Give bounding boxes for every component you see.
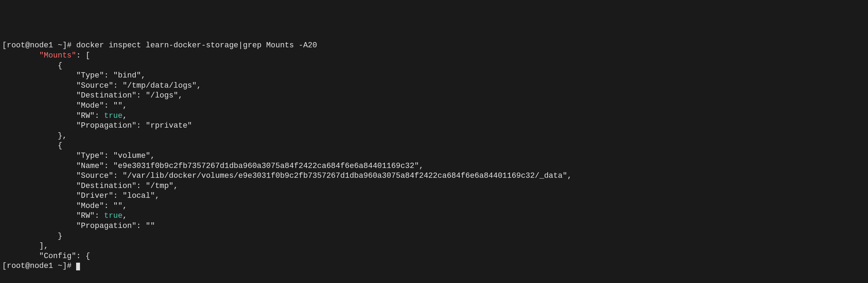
json-line: "Type": "volume", xyxy=(2,151,155,160)
mounts-key: "Mounts" xyxy=(39,51,76,60)
shell-prompt-1: [root@node1 ~]# xyxy=(2,41,76,50)
json-line: "Driver": "local", xyxy=(2,191,160,200)
json-line: } xyxy=(2,232,62,241)
json-line: { xyxy=(2,141,62,150)
true-value: true xyxy=(104,112,122,120)
json-line: "Source": "/var/lib/docker/volumes/e9e30… xyxy=(2,171,572,180)
json-mounts-line: "Mounts": [ xyxy=(2,51,90,60)
json-line: "Mode": "", xyxy=(2,101,127,110)
shell-prompt-2: [root@node1 ~]# xyxy=(2,262,76,270)
json-line: "RW": true, xyxy=(2,112,127,120)
json-line: ], xyxy=(2,242,48,250)
json-line: "Config": { xyxy=(2,252,90,261)
json-line: "Name": "e9e3031f0b9c2fb7357267d1dba960a… xyxy=(2,162,423,170)
json-line: { xyxy=(2,61,62,70)
terminal-output[interactable]: [root@node1 ~]# docker inspect learn-doc… xyxy=(2,41,866,271)
true-value: true xyxy=(104,211,122,220)
command-text: docker inspect learn-docker-storage|grep… xyxy=(76,41,317,50)
cursor xyxy=(76,263,80,270)
json-line: "Propagation": "" xyxy=(2,222,155,230)
json-line: "Source": "/tmp/data/logs", xyxy=(2,81,201,90)
json-line: "Destination": "/logs", xyxy=(2,91,183,100)
json-line: "Mode": "", xyxy=(2,202,127,210)
json-line: "Destination": "/tmp", xyxy=(2,182,178,190)
json-line: }, xyxy=(2,132,67,140)
json-line: "RW": true, xyxy=(2,211,127,220)
json-line: "Type": "bind", xyxy=(2,71,146,80)
json-line: "Propagation": "rprivate" xyxy=(2,121,192,130)
